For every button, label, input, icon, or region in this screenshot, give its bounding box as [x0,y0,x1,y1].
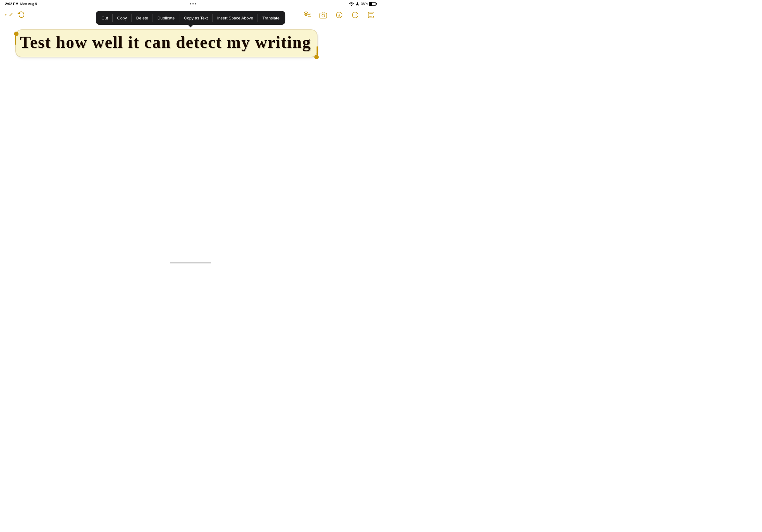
lasso-icon [4,13,13,21]
toolbar-right: A [302,10,376,20]
location-icon [356,2,359,6]
selection-handle-left[interactable] [14,32,19,36]
checklist-icon [303,11,311,19]
battery-container: 38% [361,2,376,6]
more-icon [352,12,359,19]
home-indicator [170,262,211,263]
dot-3 [195,3,196,4]
svg-text:A: A [338,13,341,18]
undo-icon [18,11,25,19]
lasso-button[interactable] [4,12,13,22]
copy-as-text-button[interactable]: Copy as Text [179,11,212,25]
handwriting-text: Test how well it can detect my writing [16,30,317,57]
svg-marker-20 [18,13,20,14]
battery-percent: 38% [361,2,368,6]
marker-icon: A [336,12,343,19]
undo-button[interactable] [17,10,26,20]
status-center [190,3,196,4]
battery-icon [369,2,376,6]
wifi-icon [349,2,354,6]
svg-point-12 [355,15,355,15]
svg-rect-6 [320,13,327,18]
dot-2 [192,3,194,4]
canvas[interactable]: Test how well it can detect my writing [0,24,381,266]
delete-button[interactable]: Delete [132,11,153,25]
battery-fill [369,3,372,5]
status-left: 2:02 PM Mon Aug 9 [5,2,37,6]
marker-button[interactable]: A [335,10,344,20]
svg-point-13 [356,15,357,15]
duplicate-button[interactable]: Duplicate [153,11,179,25]
svg-point-2 [305,13,307,15]
handwriting-container: Test how well it can detect my writing [16,30,365,57]
svg-point-11 [353,15,354,15]
camera-icon [319,12,327,19]
dot-1 [190,3,191,4]
more-button[interactable] [350,10,360,20]
cut-button[interactable]: Cut [97,11,112,25]
handwriting-selection[interactable]: Test how well it can detect my writing [16,30,317,57]
status-date: Mon Aug 9 [21,2,37,6]
new-note-button[interactable] [366,10,376,20]
status-bar: 2:02 PM Mon Aug 9 38% [0,0,381,8]
new-note-icon [368,12,375,19]
copy-button[interactable]: Copy [113,11,131,25]
status-time: 2:02 PM [5,2,19,6]
checklist-button[interactable] [302,10,312,20]
camera-button[interactable] [319,10,328,20]
context-menu: Cut Copy Delete Duplicate Copy as Text I… [96,11,285,25]
status-right: 38% [349,2,376,6]
svg-point-7 [322,14,325,17]
selection-handle-right-tail [317,46,318,55]
insert-space-above-button[interactable]: Insert Space Above [212,11,258,25]
selection-handle-right[interactable] [314,55,319,59]
translate-button[interactable]: Translate [258,11,284,25]
